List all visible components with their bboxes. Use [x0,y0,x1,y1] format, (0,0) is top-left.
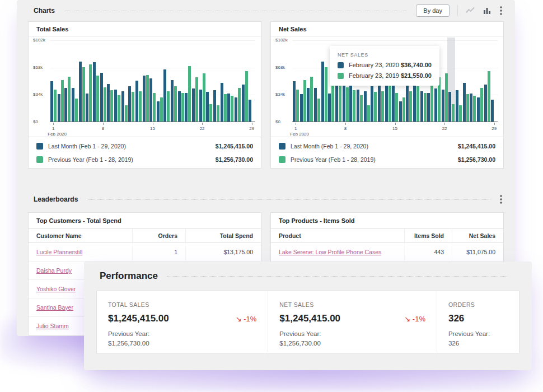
bar[interactable] [217,105,219,122]
bar[interactable] [192,88,195,122]
bar[interactable] [79,62,82,122]
leaderboard-link[interactable]: Julio Stamm [36,323,69,329]
bar-group-day-5[interactable] [321,62,327,122]
bar[interactable] [61,80,64,122]
bar[interactable] [171,80,174,122]
bar-group-day-22[interactable] [199,73,205,122]
bar[interactable] [195,77,198,122]
bar[interactable] [167,91,170,122]
bar-group-day-16[interactable] [399,97,405,122]
leaderboard-link[interactable]: Lake Serene: Low Profile Phone Cases [279,249,381,255]
bar[interactable] [314,88,317,122]
bar[interactable] [238,88,241,122]
bar[interactable] [484,85,487,122]
interval-select[interactable]: By day [416,4,450,17]
bar-group-day-21[interactable] [191,77,198,122]
bar[interactable] [442,90,444,122]
bar[interactable] [118,95,120,122]
bar[interactable] [371,86,373,122]
bar[interactable] [104,87,106,122]
bar-group-day-11[interactable] [363,91,370,122]
bar[interactable] [452,104,455,122]
bar[interactable] [89,64,92,122]
bar[interactable] [58,94,60,122]
bar[interactable] [360,95,363,122]
bar-chart-icon[interactable] [483,6,491,15]
bar-group-day-26[interactable] [227,94,233,122]
bar[interactable] [402,97,405,122]
bar[interactable] [434,88,437,122]
bar[interactable] [86,94,88,122]
bar[interactable] [188,66,191,122]
bar[interactable] [64,88,67,122]
bar-group-day-16[interactable] [156,97,163,122]
bar[interactable] [245,71,248,122]
bar[interactable] [221,83,223,122]
bar[interactable] [470,94,472,122]
bar[interactable] [139,91,142,122]
bar-group-day-10[interactable] [114,90,120,122]
bar-group-day-9[interactable] [106,84,113,122]
bar[interactable] [303,80,306,122]
bar[interactable] [427,93,430,122]
bar[interactable] [456,90,458,122]
bar[interactable] [114,90,117,122]
legend-current-period[interactable]: Last Month (Feb 1 - 29, 2020) $1,245,415… [29,139,261,153]
bar[interactable] [346,87,349,122]
bar[interactable] [364,91,367,122]
bar-group-day-24[interactable] [213,90,219,122]
legend-current-period[interactable]: Last Month (Feb 1 - 29, 2020) $1,245,415… [271,139,503,153]
bar[interactable] [132,92,134,122]
bar-group-day-19[interactable] [177,91,184,122]
bar[interactable] [367,105,370,122]
bar-group-day-9[interactable] [349,84,355,122]
bar-group-day-25[interactable] [220,83,227,122]
bar-group-day-3[interactable] [306,77,313,122]
bar-group-day-1[interactable] [292,81,299,122]
bar-group-day-4[interactable] [313,88,320,122]
bar-group-day-17[interactable] [163,69,170,122]
line-chart-icon[interactable] [466,6,475,15]
bar[interactable] [395,93,398,122]
bar[interactable] [381,91,384,122]
bar-group-day-29[interactable] [490,100,497,122]
bar[interactable] [488,71,490,122]
bar[interactable] [307,88,310,122]
bar[interactable] [96,76,99,122]
bar[interactable] [107,84,110,122]
bar[interactable] [146,75,149,122]
bar[interactable] [54,90,57,122]
ellipsis-menu-icon[interactable] [499,6,503,16]
bar[interactable] [227,94,230,122]
bar-group-day-11[interactable] [121,91,128,122]
bar-group-day-28[interactable] [484,71,490,122]
bar[interactable] [121,91,124,122]
bar[interactable] [153,93,156,122]
bar[interactable] [466,94,469,122]
bar[interactable] [68,77,71,122]
bar[interactable] [325,67,327,122]
bar-group-day-18[interactable] [170,80,177,122]
bar[interactable] [353,90,355,122]
bar[interactable] [459,105,462,122]
bar[interactable] [174,86,177,122]
bar[interactable] [181,93,184,122]
bar-group-day-18[interactable] [413,80,419,122]
bar-group-day-13[interactable] [377,81,384,122]
bar[interactable] [209,104,212,122]
bar[interactable] [82,67,85,122]
bar-group-day-22[interactable] [441,73,448,122]
bar-group-day-5[interactable] [78,62,85,122]
bar[interactable] [445,73,448,122]
bar-group-day-26[interactable] [469,94,476,122]
bar[interactable] [213,90,216,122]
bar[interactable] [416,86,419,122]
bar-group-day-10[interactable] [356,90,363,122]
bar-group-day-15[interactable] [149,78,156,122]
bar-group-day-3[interactable] [64,77,71,122]
bar[interactable] [72,88,74,122]
bar-group-day-14[interactable] [142,75,149,122]
bar[interactable] [310,77,313,122]
bar[interactable] [185,93,188,122]
leaderboard-link[interactable]: Yoshiko Glover [36,286,76,292]
